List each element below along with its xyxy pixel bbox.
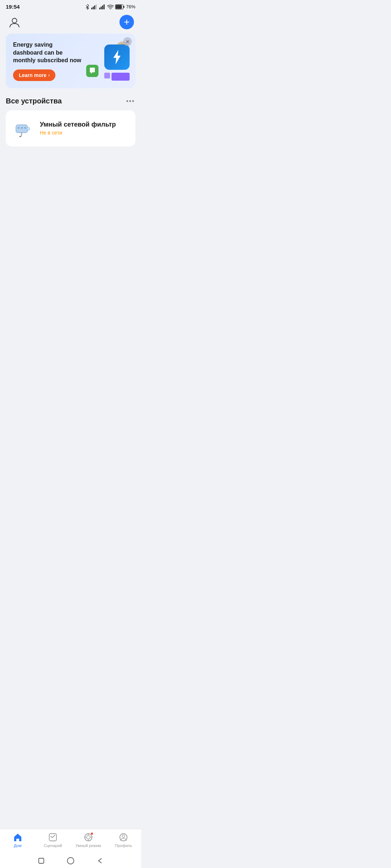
top-nav: [0, 12, 141, 34]
dot-2: [129, 100, 131, 102]
more-options-button[interactable]: [125, 99, 135, 103]
learn-more-arrow: ›: [48, 73, 50, 78]
svg-rect-7: [104, 4, 105, 9]
device-icon: [12, 118, 34, 139]
status-icons: 76%: [85, 4, 135, 10]
status-time: 19:54: [6, 4, 20, 10]
lightning-icon-box: [104, 44, 130, 70]
device-list: Умный сетевой фильтр Не в сети: [6, 110, 135, 146]
svg-rect-0: [91, 8, 92, 9]
svg-rect-3: [96, 4, 97, 9]
main-content: ✕ Energy saving dashboard can be monthly…: [0, 34, 141, 146]
svg-rect-1: [93, 7, 94, 9]
svg-point-8: [110, 8, 111, 9]
svg-rect-6: [102, 5, 103, 9]
signal-icon-2: [99, 4, 106, 9]
device-name: Умный сетевой фильтр: [40, 121, 116, 128]
add-device-button[interactable]: [119, 15, 134, 29]
svg-rect-11: [115, 5, 122, 9]
signal-icon: [91, 4, 98, 9]
svg-rect-2: [94, 5, 95, 9]
banner-close-button[interactable]: ✕: [123, 37, 132, 46]
banner-image: [83, 41, 130, 81]
device-status: Не в сети: [40, 130, 116, 136]
chat-bubble-icon: [86, 65, 98, 77]
status-bar: 19:54 76%: [0, 0, 141, 12]
purple-decoration-small: [104, 73, 110, 78]
svg-rect-22: [19, 136, 21, 137]
promo-banner: ✕ Energy saving dashboard can be monthly…: [6, 34, 135, 88]
svg-point-12: [12, 18, 17, 23]
learn-more-button[interactable]: Learn more ›: [13, 69, 55, 81]
svg-rect-14: [124, 22, 129, 22]
svg-rect-19: [18, 127, 20, 129]
device-info: Умный сетевой фильтр Не в сети: [40, 121, 116, 136]
battery-icon: [115, 4, 125, 9]
svg-rect-5: [101, 7, 102, 9]
bluetooth-icon: [85, 4, 90, 10]
devices-section-title: Все устройства: [6, 97, 62, 105]
devices-section-header: Все устройства: [6, 97, 135, 105]
wifi-icon: [107, 4, 114, 9]
battery-text: 76%: [126, 4, 135, 9]
banner-title: Energy saving dashboard can be monthly s…: [13, 41, 83, 64]
user-profile-button[interactable]: [7, 15, 22, 29]
purple-decoration: [112, 73, 130, 81]
svg-rect-10: [123, 6, 125, 8]
svg-point-23: [27, 127, 30, 130]
svg-rect-20: [21, 127, 23, 129]
dot-1: [126, 100, 128, 102]
banner-text-section: Energy saving dashboard can be monthly s…: [13, 41, 83, 81]
svg-rect-4: [99, 8, 100, 9]
svg-rect-21: [24, 127, 26, 129]
device-card[interactable]: Умный сетевой фильтр Не в сети: [6, 110, 135, 146]
dot-3: [132, 100, 134, 102]
